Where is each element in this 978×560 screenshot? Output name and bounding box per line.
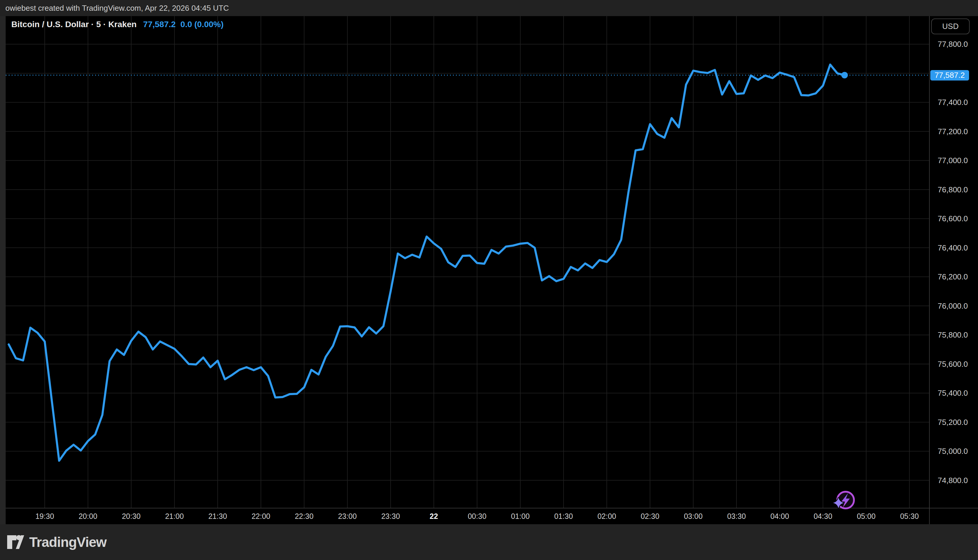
time-tick-label: 20:30 (113, 508, 149, 524)
last-price-badge: 77,587.2 (930, 70, 969, 80)
time-tick-label: 23:30 (373, 508, 408, 524)
price-tick-label: 75,000.0 (931, 445, 968, 457)
time-tick-label: 02:30 (632, 508, 668, 524)
attribution-bar: owiebest created with TradingView.com, A… (0, 0, 978, 16)
price-tick-label: 76,600.0 (931, 213, 968, 225)
time-tick-label: 21:30 (200, 508, 235, 524)
time-tick-label: 22:30 (286, 508, 322, 524)
price-tick-label: 76,000.0 (931, 300, 968, 312)
tradingview-snapshot: owiebest created with TradingView.com, A… (0, 0, 978, 560)
time-tick-label: 03:00 (675, 508, 711, 524)
chart-legend: Bitcoin / U.S. Dollar · 5 · Kraken 77,58… (11, 20, 223, 29)
price-line-chart (6, 16, 978, 508)
time-tick-label: 00:30 (459, 508, 495, 524)
legend-last-price: 77,587.2 (143, 20, 176, 29)
time-tick-label-day: 22 (416, 508, 452, 524)
symbol-title[interactable]: Bitcoin / U.S. Dollar · 5 · Kraken (11, 20, 137, 29)
price-tick-label: 76,200.0 (931, 271, 968, 283)
price-tick-label: 77,200.0 (931, 125, 968, 137)
currency-button[interactable]: USD (931, 18, 970, 34)
time-tick-label: 23:00 (330, 508, 365, 524)
time-tick-label: 22:00 (243, 508, 279, 524)
price-tick-label: 77,800.0 (931, 38, 968, 50)
time-tick-label: 20:00 (70, 508, 106, 524)
tradingview-wordmark[interactable]: TradingView (29, 534, 107, 550)
time-tick-label: 01:00 (502, 508, 538, 524)
chart-canvas[interactable] (6, 16, 978, 524)
price-tick-label: 77,400.0 (931, 96, 968, 108)
time-tick-label: 03:30 (718, 508, 755, 524)
price-tick-label: 76,800.0 (931, 184, 968, 196)
price-tick-label: 75,800.0 (931, 329, 968, 341)
attribution-text: owiebest created with TradingView.com, A… (5, 0, 229, 16)
time-tick-label: 02:00 (589, 508, 625, 524)
legend-change: 0.0 (0.00%) (180, 20, 223, 29)
price-tick-label: 74,800.0 (931, 474, 968, 487)
time-tick-label: 19:30 (27, 508, 63, 524)
price-tick-label: 76,400.0 (931, 242, 968, 254)
price-scale[interactable]: 77,800.077,600.077,400.077,200.077,000.0… (929, 16, 978, 508)
time-tick-label: 01:30 (546, 508, 581, 524)
footer-bar: TradingView (0, 524, 978, 560)
time-tick-label: 05:30 (891, 508, 927, 524)
price-tick-label: 75,200.0 (931, 416, 968, 428)
tradingview-logo-icon[interactable] (7, 534, 25, 550)
time-tick-label: 04:00 (762, 508, 798, 524)
flash-sparkle-icon[interactable] (829, 486, 865, 516)
time-tick-label: 21:00 (157, 508, 192, 524)
price-tick-label: 77,000.0 (931, 155, 968, 167)
price-tick-label: 75,600.0 (931, 358, 968, 370)
price-tick-label: 75,400.0 (931, 387, 968, 399)
